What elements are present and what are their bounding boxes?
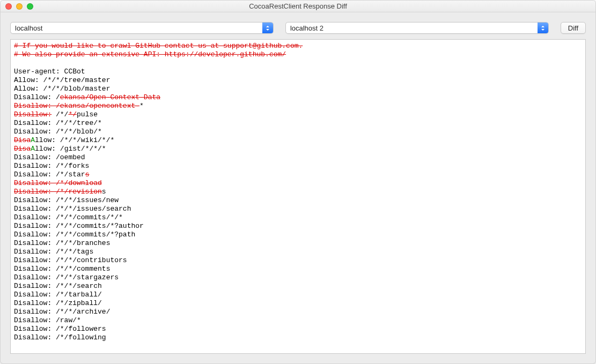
unchanged-span: Disallow: /*/*/tree/* xyxy=(14,119,102,127)
deleted-span: */ xyxy=(68,110,77,118)
response-a-select[interactable]: localhost xyxy=(10,22,274,34)
unchanged-span: Disallow: /*/forks xyxy=(14,162,89,170)
unchanged-span: Disallow: /*/*/commits/*?author xyxy=(14,222,144,230)
diff-line: Disallow: /*/revisions xyxy=(14,188,582,196)
unchanged-span: Disallow: /*/*/stargazers xyxy=(14,273,119,281)
unchanged-span: Allow: /*/*/tree/master xyxy=(14,76,110,84)
diff-line: Disallow: /*/*/pulse xyxy=(14,110,582,119)
response-b-select[interactable]: localhost 2 xyxy=(285,22,549,34)
deleted-span: Disallow: /*/download xyxy=(14,179,102,187)
deleted-span: Disallow: /*/revision xyxy=(14,188,102,196)
diff-line: Disallow: /*/*/stargazers xyxy=(14,273,582,282)
unchanged-span: Disallow: /*/*/contributors xyxy=(14,256,127,264)
unchanged-span: Disallow: / xyxy=(14,93,60,101)
diff-view: # If you would like to crawl GitHub cont… xyxy=(10,39,586,354)
chevron-updown-icon xyxy=(262,23,273,33)
diff-line: Disallow: /*/*/commits/*/* xyxy=(14,213,582,222)
deleted-span: ekansa/Open-Context-Data xyxy=(60,93,160,101)
diff-line: Disallow: /*/*/tags xyxy=(14,248,582,256)
unchanged-span: Disallow: /raw/* xyxy=(14,316,81,324)
traffic-lights xyxy=(1,3,33,10)
diff-line: DisaAllow: /gist/*/*/* xyxy=(14,145,582,153)
unchanged-span: Disallow: /*/*/issues/new xyxy=(14,196,119,204)
app-window: CocoaRestClient Response Diff localhost … xyxy=(0,0,596,364)
diff-line: Disallow: /*/*/comments xyxy=(14,265,582,273)
response-b-select-value: localhost 2 xyxy=(286,24,538,32)
diff-line: # If you would like to crawl GitHub cont… xyxy=(14,42,582,50)
inserted-span: A xyxy=(31,145,35,153)
diff-line: Disallow: /ekansa/Open-Context-Data xyxy=(14,93,582,102)
diff-line: Disallow: /raw/* xyxy=(14,316,582,325)
diff-line: DisaAllow: /*/*/wiki/*/* xyxy=(14,136,582,145)
unchanged-span: llow: /gist/*/*/* xyxy=(35,145,106,153)
diff-line: Disallow: /*/*/contributors xyxy=(14,256,582,265)
deleted-span: # We also provide an extensive API: http… xyxy=(14,50,286,58)
diff-button-label: Diff xyxy=(568,24,578,32)
minimize-window-button[interactable] xyxy=(16,3,23,10)
unchanged-span: Disallow: /*/zipball/ xyxy=(14,299,102,307)
response-a-select-value: localhost xyxy=(11,24,262,32)
unchanged-span: Disallow: /*/*/blob/* xyxy=(14,128,102,136)
diff-line: Disallow: /oembed xyxy=(14,153,582,162)
deleted-span: # If you would like to crawl GitHub cont… xyxy=(14,42,303,50)
diff-line: Disallow: /*/*/commits/*?author xyxy=(14,222,582,231)
diff-line: # We also provide an extensive API: http… xyxy=(14,50,582,59)
unchanged-span: Disallow: /oembed xyxy=(14,153,85,161)
deleted-span: s xyxy=(85,170,90,179)
diff-line: Disallow: /*/*/commits/*?path xyxy=(14,231,582,239)
diff-line: Allow: /*/*/blob/master xyxy=(14,85,582,93)
unchanged-span: /*/ xyxy=(51,110,68,118)
unchanged-span: Disallow: /*/following xyxy=(14,333,106,341)
window-title: CocoaRestClient Response Diff xyxy=(1,2,595,10)
inserted-span: A xyxy=(31,136,35,144)
unchanged-span: Disallow: /*/*/issues/search xyxy=(14,205,131,213)
diff-line: Disallow: /*/zipball/ xyxy=(14,299,582,308)
diff-line: Disallow: /*/forks xyxy=(14,162,582,170)
diff-line: Disallow: /*/*/branches xyxy=(14,239,582,248)
diff-line: Disallow: /*/tarball/ xyxy=(14,291,582,299)
diff-line: Disallow: /*/followers xyxy=(14,325,582,333)
unchanged-span: Allow: /*/*/blob/master xyxy=(14,85,110,93)
diff-line: User-agent: CCBot xyxy=(14,68,582,76)
close-window-button[interactable] xyxy=(5,3,12,10)
diff-button[interactable]: Diff xyxy=(561,22,586,34)
zoom-window-button[interactable] xyxy=(27,3,33,10)
toolbar: localhost localhost 2 Diff xyxy=(1,12,595,39)
unchanged-span: Disallow: /*/*/commits/*?path xyxy=(14,231,135,239)
unchanged-span: Disallow: /*/*/search xyxy=(14,282,102,290)
unchanged-span: Disallow: /*/followers xyxy=(14,325,106,333)
titlebar: CocoaRestClient Response Diff xyxy=(1,1,595,12)
unchanged-span: pulse xyxy=(77,110,98,118)
unchanged-span: Disallow: /*/*/tags xyxy=(14,248,93,256)
deleted-span: Disallow: /ekansa/opencontext- xyxy=(14,102,139,110)
unchanged-span: llow: /*/*/wiki/*/* xyxy=(35,136,114,144)
unchanged-span: Disallow: /*/*/branches xyxy=(14,239,110,247)
unchanged-span: Disallow: /*/tarball/ xyxy=(14,291,102,299)
unchanged-span: Disallow: /*/star xyxy=(14,170,85,179)
unchanged-span: User-agent: CCBot xyxy=(14,68,85,76)
diff-line: Disallow: /*/*/tree/* xyxy=(14,119,582,128)
diff-line: Disallow: /*/stars xyxy=(14,170,582,179)
diff-line: Disallow: /*/*/search xyxy=(14,282,582,291)
unchanged-span: Disallow: /*/*/archive/ xyxy=(14,308,110,316)
diff-scroll[interactable]: # If you would like to crawl GitHub cont… xyxy=(11,40,585,353)
unchanged-span: * xyxy=(139,102,144,110)
diff-line: Disallow: /*/following xyxy=(14,333,582,342)
diff-line: Disallow: /*/download xyxy=(14,179,582,188)
diff-line: Disallow: /ekansa/opencontext-* xyxy=(14,102,582,110)
unchanged-span: Disallow: /*/*/comments xyxy=(14,265,110,273)
diff-line: Disallow: /*/*/issues/new xyxy=(14,196,582,205)
chevron-updown-icon xyxy=(538,23,548,33)
diff-line: Disallow: /*/*/issues/search xyxy=(14,205,582,213)
deleted-span: Disallow: xyxy=(14,110,51,118)
diff-line: Disallow: /*/*/archive/ xyxy=(14,308,582,316)
unchanged-span: Disallow: /*/*/commits/*/* xyxy=(14,213,123,221)
deleted-span: Disa xyxy=(14,136,31,144)
diff-line: Disallow: /*/*/blob/* xyxy=(14,128,582,136)
diff-line: Allow: /*/*/tree/master xyxy=(14,76,582,85)
diff-line xyxy=(14,59,582,68)
unchanged-span: s xyxy=(102,188,106,196)
deleted-span: Disa xyxy=(14,145,31,153)
